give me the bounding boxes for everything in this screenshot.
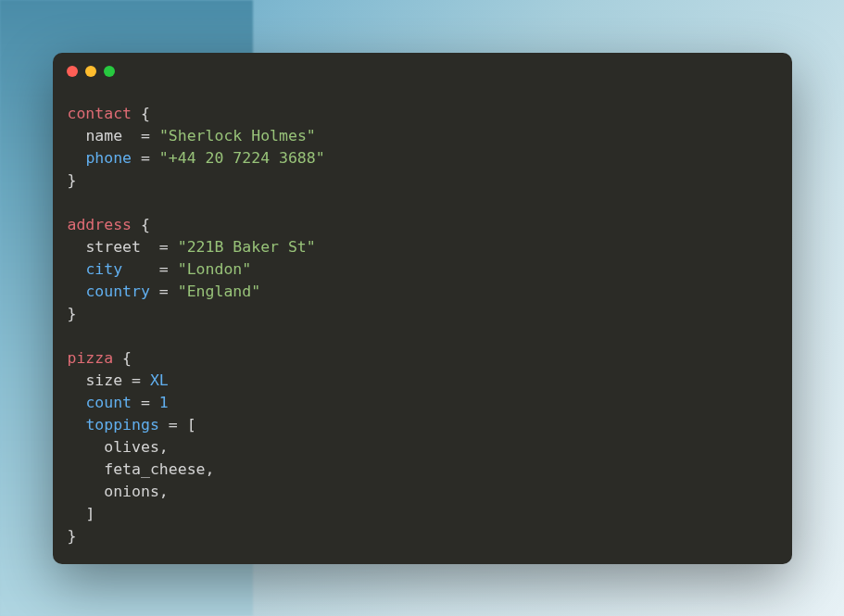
- topping-feta: feta_cheese: [104, 460, 205, 478]
- val-phone: "+44 20 7224 3688": [159, 149, 325, 167]
- brace-close: }: [68, 305, 77, 322]
- brace-open: {: [141, 216, 150, 233]
- close-icon[interactable]: [67, 66, 78, 77]
- window-titlebar: [53, 53, 792, 90]
- equals: =: [159, 416, 187, 434]
- brace-close: }: [68, 527, 77, 545]
- key-country: country: [85, 283, 150, 300]
- val-city: "London": [178, 260, 251, 278]
- comma: ,: [159, 438, 169, 456]
- key-toppings: toppings: [85, 416, 158, 434]
- comma: ,: [206, 460, 215, 478]
- key-phone: phone: [85, 149, 132, 167]
- topping-olives: olives: [104, 438, 159, 456]
- val-count: 1: [159, 394, 169, 411]
- bracket-close: ]: [85, 505, 94, 522]
- key-street: street: [85, 238, 141, 256]
- equals: =: [132, 394, 159, 411]
- key-count: count: [85, 394, 132, 411]
- key-city: city: [85, 260, 122, 278]
- keyword-address: address: [68, 216, 132, 233]
- comma: ,: [159, 483, 169, 500]
- bracket-open: [: [187, 416, 196, 434]
- val-name: "Sherlock Holmes": [159, 127, 316, 145]
- brace-close: }: [68, 171, 77, 189]
- code-window: contact { name = "Sherlock Holmes" phone…: [53, 53, 792, 564]
- code-content: contact { name = "Sherlock Holmes" phone…: [53, 90, 792, 560]
- keyword-contact: contact: [68, 105, 132, 122]
- brace-open: {: [141, 105, 150, 122]
- equals: =: [150, 283, 178, 300]
- keyword-pizza: pizza: [68, 349, 114, 367]
- equals: =: [122, 260, 178, 278]
- equals: =: [132, 149, 159, 167]
- equals: =: [141, 238, 178, 256]
- equals: =: [122, 127, 159, 145]
- val-country: "England": [178, 283, 260, 300]
- key-size: size: [85, 371, 122, 389]
- equals: =: [122, 371, 150, 389]
- topping-onions: onions: [104, 483, 159, 500]
- val-size: XL: [150, 371, 169, 389]
- maximize-icon[interactable]: [104, 66, 115, 77]
- minimize-icon[interactable]: [85, 66, 96, 77]
- brace-open: {: [122, 349, 132, 367]
- val-street: "221B Baker St": [178, 238, 316, 256]
- key-name: name: [85, 127, 122, 145]
